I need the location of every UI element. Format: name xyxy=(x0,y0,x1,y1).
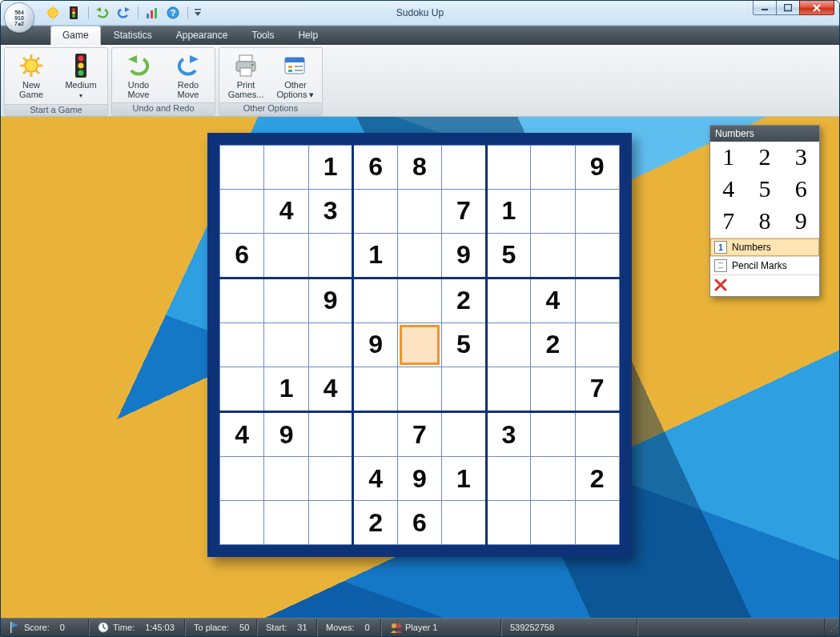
tab-statistics[interactable]: Statistics xyxy=(102,26,163,44)
cell-2-6[interactable]: 5 xyxy=(486,233,530,278)
cell-4-0[interactable] xyxy=(220,323,264,367)
cell-6-1[interactable]: 9 xyxy=(264,412,308,457)
cell-0-5[interactable] xyxy=(442,146,486,190)
cell-7-2[interactable] xyxy=(308,457,352,501)
cell-4-6[interactable] xyxy=(486,323,530,367)
cell-3-4[interactable] xyxy=(397,278,441,323)
cell-4-8[interactable] xyxy=(575,323,620,367)
cell-7-1[interactable] xyxy=(264,457,308,501)
digit-2[interactable]: 2 xyxy=(746,142,782,174)
cell-0-0[interactable] xyxy=(220,146,264,190)
cell-7-8[interactable]: 2 xyxy=(575,457,620,501)
qat-statistics[interactable] xyxy=(143,4,161,22)
cell-5-1[interactable]: 1 xyxy=(264,367,308,411)
cell-1-0[interactable] xyxy=(220,189,264,233)
other-options-button[interactable]: OtherOptions ▾ xyxy=(271,50,320,101)
digit-3[interactable]: 3 xyxy=(783,142,819,174)
digit-9[interactable]: 9 xyxy=(783,206,819,238)
cell-8-0[interactable] xyxy=(220,501,264,545)
cell-1-7[interactable] xyxy=(531,189,575,233)
cell-0-8[interactable]: 9 xyxy=(575,146,620,190)
cell-1-2[interactable]: 3 xyxy=(308,189,352,233)
mode-numbers[interactable]: 1 Numbers xyxy=(710,238,819,256)
cell-8-3[interactable]: 2 xyxy=(353,501,397,545)
tab-appearance[interactable]: Appearance xyxy=(165,26,239,44)
print-button[interactable]: PrintGames... xyxy=(221,50,271,101)
cell-3-6[interactable] xyxy=(486,278,530,323)
cell-3-7[interactable]: 4 xyxy=(531,278,575,323)
cell-2-4[interactable] xyxy=(397,233,441,278)
cell-8-4[interactable]: 6 xyxy=(397,501,441,545)
digit-6[interactable]: 6 xyxy=(783,174,819,206)
cell-5-6[interactable] xyxy=(486,367,530,411)
digit-4[interactable]: 4 xyxy=(710,174,746,206)
cell-5-4[interactable] xyxy=(397,367,441,411)
cell-2-3[interactable]: 1 xyxy=(353,233,397,278)
cell-6-6[interactable]: 3 xyxy=(486,412,530,457)
cell-0-4[interactable]: 8 xyxy=(397,146,441,190)
qat-help[interactable]: ? xyxy=(164,4,182,22)
qat-undo[interactable] xyxy=(94,4,111,22)
digit-7[interactable]: 7 xyxy=(710,206,746,238)
cell-8-6[interactable] xyxy=(486,501,530,545)
cell-4-4[interactable] xyxy=(397,323,441,367)
cell-4-2[interactable] xyxy=(308,323,352,367)
cell-2-7[interactable] xyxy=(531,233,575,278)
cell-0-1[interactable] xyxy=(264,146,308,190)
cell-3-0[interactable] xyxy=(220,278,264,323)
minimize-button[interactable] xyxy=(753,1,777,15)
cell-1-3[interactable] xyxy=(353,189,397,233)
cell-1-4[interactable] xyxy=(397,189,441,233)
cell-7-4[interactable]: 9 xyxy=(397,457,441,501)
sudoku-grid[interactable]: 1689437161959249521474973491226 xyxy=(219,145,620,545)
tab-help[interactable]: Help xyxy=(287,26,329,44)
cell-3-5[interactable]: 2 xyxy=(442,278,486,323)
cell-5-2[interactable]: 4 xyxy=(308,367,352,411)
cell-5-8[interactable]: 7 xyxy=(575,367,620,411)
cell-6-8[interactable] xyxy=(575,412,620,457)
cell-6-2[interactable] xyxy=(308,412,352,457)
cell-0-6[interactable] xyxy=(486,146,530,190)
qat-difficulty[interactable] xyxy=(65,4,82,22)
cell-3-1[interactable] xyxy=(264,278,308,323)
cell-6-5[interactable] xyxy=(442,412,486,457)
cell-4-3[interactable]: 9 xyxy=(353,323,397,367)
cell-2-8[interactable] xyxy=(575,233,620,278)
cell-8-5[interactable] xyxy=(442,501,486,545)
cell-8-8[interactable] xyxy=(575,501,620,545)
resize-grip[interactable]: ⋰ xyxy=(825,622,839,634)
digit-8[interactable]: 8 xyxy=(746,206,782,238)
cell-8-7[interactable] xyxy=(531,501,575,545)
cell-2-5[interactable]: 9 xyxy=(442,233,486,278)
cell-6-0[interactable]: 4 xyxy=(220,412,264,457)
cell-0-3[interactable]: 6 xyxy=(353,146,397,190)
cell-4-5[interactable]: 5 xyxy=(442,323,486,367)
cell-7-7[interactable] xyxy=(531,457,575,501)
cell-3-2[interactable]: 9 xyxy=(308,278,352,323)
app-menu-orb[interactable]: 5649107∎2 xyxy=(4,2,34,33)
tab-game[interactable]: Game xyxy=(50,26,101,45)
cell-7-3[interactable]: 4 xyxy=(353,457,397,501)
cell-0-7[interactable] xyxy=(531,146,575,190)
cell-1-8[interactable] xyxy=(575,189,620,233)
tab-tools[interactable]: Tools xyxy=(240,26,285,44)
cell-5-0[interactable] xyxy=(220,367,264,411)
cell-2-2[interactable] xyxy=(308,233,352,278)
cell-6-4[interactable]: 7 xyxy=(397,412,441,457)
digit-1[interactable]: 1 xyxy=(710,142,746,174)
redo-button[interactable]: RedoMove xyxy=(163,50,213,101)
erase-button[interactable] xyxy=(710,274,819,296)
cell-6-7[interactable] xyxy=(531,412,575,457)
cell-3-3[interactable] xyxy=(353,278,397,323)
digit-5[interactable]: 5 xyxy=(746,174,782,206)
difficulty-button[interactable]: Medium▾ xyxy=(56,50,106,102)
cell-7-0[interactable] xyxy=(220,457,264,501)
cell-6-3[interactable] xyxy=(353,412,397,457)
cell-4-1[interactable] xyxy=(264,323,308,367)
cell-7-6[interactable] xyxy=(486,457,530,501)
qat-redo[interactable] xyxy=(115,4,132,22)
cell-5-3[interactable] xyxy=(353,367,397,411)
cell-3-8[interactable] xyxy=(575,278,620,323)
cell-2-0[interactable]: 6 xyxy=(220,233,264,278)
undo-button[interactable]: UndoMove xyxy=(114,50,163,101)
